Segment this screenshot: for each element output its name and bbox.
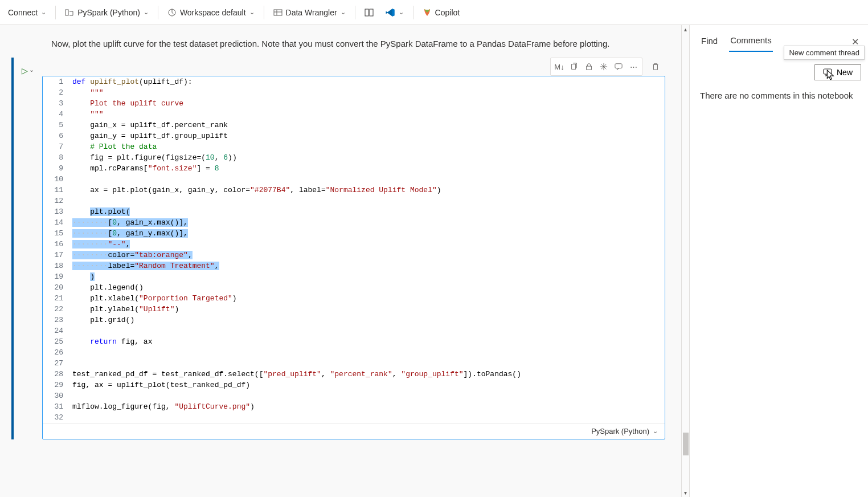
svg-rect-0 <box>65 10 68 15</box>
delete-cell-button[interactable] <box>648 59 663 74</box>
line-number: 28 <box>43 369 72 380</box>
line-number: 2 <box>43 87 72 98</box>
comment-cell-button[interactable] <box>611 59 626 74</box>
code-line[interactable]: ········label="Random Treatment", <box>72 260 665 271</box>
line-number: 22 <box>43 304 72 315</box>
line-number: 3 <box>43 98 72 109</box>
code-line[interactable]: plt.grid() <box>72 315 665 325</box>
code-line[interactable]: def uplift_plot(uplift_df): <box>72 76 665 87</box>
markdown-cell: Now, plot the uplift curve for the test … <box>6 36 681 58</box>
comments-empty-state: There are no comments in this notebook <box>690 87 868 104</box>
code-line[interactable] <box>72 347 665 358</box>
scroll-down-arrow[interactable]: ▾ <box>682 490 689 496</box>
cell-kernel-label[interactable]: PySpark (Python) <box>591 427 649 435</box>
code-line[interactable]: gain_y = uplift_df.group_uplift <box>72 131 665 141</box>
chevron-down-icon: ⌄ <box>41 9 46 16</box>
chevron-down-icon[interactable]: ⌄ <box>653 427 658 435</box>
line-number: 26 <box>43 347 72 358</box>
separator <box>55 6 56 19</box>
copilot-label: Copilot <box>435 8 460 17</box>
code-line[interactable]: # Plot the data <box>72 141 665 152</box>
line-number: 7 <box>43 141 72 152</box>
code-line[interactable]: plt.legend() <box>72 282 665 293</box>
freeze-cell-button[interactable] <box>596 59 611 74</box>
code-line[interactable] <box>72 325 665 336</box>
code-line[interactable]: ········[0, gain_x.max()], <box>72 217 665 228</box>
code-line[interactable]: plt.xlabel("Porportion Targeted") <box>72 293 665 304</box>
scroll-up-arrow[interactable]: ▴ <box>682 26 689 32</box>
code-line[interactable]: """ <box>72 87 665 98</box>
code-line[interactable]: Plot the uplift curve <box>72 98 665 109</box>
code-line[interactable]: ) <box>72 271 665 282</box>
new-comment-button[interactable]: New <box>814 64 861 80</box>
line-number: 18 <box>43 260 72 271</box>
code-line[interactable]: fig, ax = uplift_plot(test_ranked_pd_df) <box>72 380 665 390</box>
separator <box>158 6 158 19</box>
layout-icon-btn[interactable] <box>359 5 379 21</box>
svg-rect-8 <box>587 66 592 70</box>
vscode-icon-btn[interactable]: ⌄ <box>379 4 410 21</box>
line-number: 5 <box>43 120 72 131</box>
copilot-btn[interactable]: Copilot <box>417 5 466 21</box>
code-line[interactable] <box>72 390 665 401</box>
workspace-label: Workspace default <box>180 8 246 17</box>
tab-comments[interactable]: Comments <box>729 32 773 52</box>
toolbar: Connect ⌄ PySpark (Python) ⌄ Workspace d… <box>0 0 868 25</box>
chevron-down-icon: ⌄ <box>341 9 346 16</box>
copy-cell-button[interactable] <box>567 59 582 74</box>
code-cell: ▷ ⌄ M↓ ⋯ <box>6 58 681 439</box>
code-line[interactable] <box>72 195 665 206</box>
code-line[interactable] <box>72 174 665 185</box>
code-line[interactable]: mpl.rcParams["font.size"] = 8 <box>72 163 665 174</box>
more-cell-button[interactable]: ⋯ <box>626 59 641 74</box>
workspace-dropdown[interactable]: Workspace default ⌄ <box>162 5 260 21</box>
code-line[interactable]: test_ranked_pd_df = test_ranked_df.selec… <box>72 369 665 380</box>
line-number: 12 <box>43 195 72 206</box>
scrollbar-thumb[interactable] <box>683 433 689 455</box>
markdown-toggle-button[interactable]: M↓ <box>552 59 567 74</box>
connect-dropdown[interactable]: Connect ⌄ <box>2 5 52 21</box>
line-number: 20 <box>43 282 72 293</box>
code-line[interactable]: ········color="tab:orange", <box>72 250 665 260</box>
code-line[interactable]: ········[0, gain_y.max()], <box>72 228 665 239</box>
code-line[interactable]: ax = plt.plot(gain_x, gain_y, color="#20… <box>72 185 665 195</box>
line-number: 17 <box>43 250 72 260</box>
tab-find[interactable]: Find <box>700 32 719 51</box>
kernel-dropdown[interactable]: PySpark (Python) ⌄ <box>59 5 154 21</box>
code-line[interactable]: """ <box>72 109 665 120</box>
cell-toolbar: M↓ ⋯ <box>42 58 665 76</box>
scrollbar[interactable]: ▴ ▾ <box>681 25 689 497</box>
line-number: 32 <box>43 412 72 423</box>
connect-label: Connect <box>8 8 38 17</box>
line-number: 29 <box>43 380 72 390</box>
svg-rect-5 <box>365 9 369 16</box>
code-line[interactable]: plt.plot( <box>72 206 665 217</box>
code-editor[interactable]: 1def uplift_plot(uplift_df):2 """3 Plot … <box>42 76 665 439</box>
chevron-down-icon: ⌄ <box>144 9 149 16</box>
code-line[interactable]: plt.ylabel("Uplift") <box>72 304 665 315</box>
lock-cell-button[interactable] <box>582 59 596 74</box>
code-line[interactable] <box>72 412 665 423</box>
code-line[interactable]: gain_x = uplift_df.percent_rank <box>72 120 665 131</box>
code-line[interactable]: return fig, ax <box>72 336 665 347</box>
data-wrangler-icon <box>273 8 282 17</box>
svg-rect-2 <box>274 10 282 15</box>
separator <box>413 6 413 19</box>
data-wrangler-dropdown[interactable]: Data Wrangler ⌄ <box>268 5 351 21</box>
separator <box>264 6 264 19</box>
notebook-scroll[interactable]: Now, plot the uplift curve for the test … <box>0 25 681 497</box>
code-line[interactable]: mlflow.log_figure(fig, "UpliftCurve.png"… <box>72 401 665 412</box>
code-line[interactable] <box>72 358 665 369</box>
new-comment-label: New <box>837 68 853 77</box>
line-number: 30 <box>43 390 72 401</box>
run-cell-button[interactable]: ▷ <box>22 66 28 75</box>
line-number: 21 <box>43 293 72 304</box>
code-line[interactable]: ········"--", <box>72 239 665 250</box>
code-line[interactable]: fig = plt.figure(figsize=(10, 6)) <box>72 152 665 163</box>
copilot-icon <box>423 8 432 17</box>
svg-rect-13 <box>615 64 622 68</box>
mouse-cursor-icon <box>826 70 836 81</box>
line-number: 6 <box>43 131 72 141</box>
line-number: 8 <box>43 152 72 163</box>
run-chevron-down-icon[interactable]: ⌄ <box>29 66 34 74</box>
